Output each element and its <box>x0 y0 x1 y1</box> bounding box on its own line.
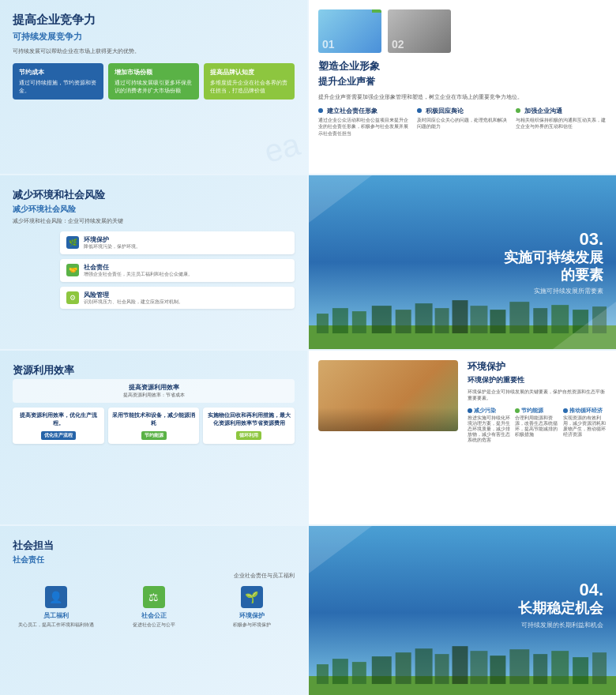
eff-card-3: 实施物位回收和再利用措施，最大化资源利用效率节省资源费用 循环利用 <box>203 408 295 444</box>
slide1-desc: 可持续发展可以帮助企业在市场上获得更大的优势。 <box>13 47 295 55</box>
eff-card-1: 提高资源利用效率，优化生产流程。 优化生产流程 <box>13 408 104 444</box>
slide7-main-title: 社会担当 <box>13 539 295 553</box>
eff-card2-title: 采用节能技术和设备，减少能源消耗 <box>111 411 197 427</box>
s6-item1-desc: 推进实施可持续化环境治理方案，提升生态环境质量，减少排放物，减少有害生态系统的危… <box>468 415 512 444</box>
svg-rect-22 <box>415 648 433 684</box>
slide-4: 03. 实施可持续发展的要素 实施可持续发展所需要素 <box>309 175 616 349</box>
eff-cards: 提高资源利用效率，优化生产流程。 优化生产流程 采用节能技术和设备，减少能源消耗… <box>13 408 295 444</box>
slide2-item-3: 加强企业沟通 与相关组织保持积极的沟通和互动关系，建立企业与外界的互动和信任 <box>516 107 607 137</box>
svg-rect-9 <box>470 306 487 333</box>
svg-rect-4 <box>372 306 392 333</box>
card-market-share: 增加市场份额 通过可持续发展吸引更多环保意识的消费者并扩大市场份额 <box>108 63 199 100</box>
eff-card-2: 采用节能技术和设备，减少能源消耗 节约能源 <box>108 408 200 444</box>
svg-rect-20 <box>372 656 392 684</box>
slide2-item1-title: 建立社会责任形象 <box>327 107 377 115</box>
slide-6: 环境保护 环境保护的重要性 环境保护是企业可持续发展的关键要素，保护自然资源和生… <box>309 351 616 524</box>
triangle-br-4 <box>553 302 616 349</box>
slide7-cards: 👤 员工福利 关心员工，提高工作环境和福利待遇 ⚖ 社会公正 促进社会公正与公平… <box>13 586 295 629</box>
slide6-items: 减少污染 推进实施可持续化环境治理方案，提升生态环境质量，减少排放物，减少有害生… <box>468 407 607 444</box>
card-brand: 提高品牌认知度 多维度提升企业在社会各界的责任担当，打造品牌价值 <box>204 63 295 100</box>
slide6-right: 环境保护 环境保护的重要性 环境保护是企业可持续发展的关键要素，保护自然资源和生… <box>468 360 607 515</box>
eff-card1-title: 提高资源利用效率，优化生产流程。 <box>16 411 101 427</box>
svg-rect-18 <box>332 659 348 684</box>
svg-rect-6 <box>415 303 433 333</box>
eff-badge-2: 节约能源 <box>141 431 167 440</box>
slide5-main-title: 资源利用效率 <box>13 363 295 378</box>
dot-green-1 <box>516 108 520 113</box>
slide6-desc: 环境保护是企业可持续发展的关键要素，保护自然资源和生态平衡重要要素。 <box>468 389 607 402</box>
s6-item2-desc: 合理利用能源和资源，改善生态系统循环，提高节能减排的积极措施 <box>515 415 559 438</box>
s7-card2-title: 社会公正 <box>111 611 197 620</box>
slide4-big-title: 实施可持续发展的要素 <box>504 250 603 284</box>
slide7-corp-label: 企业社会责任与员工福利 <box>13 572 295 580</box>
slide2-item-1: 建立社会责任形象 通过企业公众活动和社会公益项目来提升企业的社会责任形象，积极参… <box>318 107 409 137</box>
triangle-tl-4 <box>309 175 372 223</box>
risk-text: 风险管理 识别环境压力、社会风险，建立应急应对机制。 <box>84 291 183 306</box>
slide2-item-2: 积极回应舆论 及时回应公众关心的问题，处理危机和解决问题的能力 <box>417 107 508 137</box>
slide1-cards: 节约成本 通过可持续措施，节约资源和资金。 增加市场份额 通过可持续发展吸引更多… <box>13 63 295 100</box>
svg-rect-19 <box>352 662 366 684</box>
slide3-features: 🌿 环境保护 降低环境污染，保护环境。 🤝 社会责任 增强企业社会责任，关注员工… <box>60 231 295 309</box>
svg-rect-12 <box>533 308 547 333</box>
s6-item3-desc: 实现资源的有效利用，减少资源消耗和废物产生，推动循环经济资源 <box>563 415 607 438</box>
card-market-share-title: 增加市场份额 <box>115 68 193 77</box>
slide2-item3-title: 加强企业沟通 <box>524 107 562 115</box>
slide7-sub-title: 社会责任 <box>13 554 295 565</box>
svg-rect-31 <box>592 652 607 684</box>
slide8-big-title: 长期稳定机会 <box>518 600 603 618</box>
social-text: 社会责任 增强企业社会责任，关注员工福利和社会公众健康。 <box>84 263 193 278</box>
feature-risk: ⚙ 风险管理 识别环境压力、社会风险，建立应急应对机制。 <box>60 287 295 310</box>
svg-rect-30 <box>573 657 588 684</box>
s7-card-2: ⚖ 社会公正 促进社会公正与公平 <box>111 586 197 629</box>
eff-card3-title: 实施物位回收和再利用措施，最大化资源利用效率节省资源费用 <box>206 411 291 427</box>
slide-3: 减少环境和社会风险 减少环境社会风险 减少环境和社会风险：企业可持续发展的关键 … <box>0 175 307 349</box>
svg-rect-1 <box>317 314 329 333</box>
slide8-num: 04. <box>518 580 603 600</box>
env-icon: 🌿 <box>66 236 79 249</box>
svg-rect-25 <box>470 651 487 684</box>
slide2-item2-title: 积极回应舆论 <box>426 107 464 115</box>
svg-rect-28 <box>533 654 547 684</box>
slide-2: 01 02 塑造企业形象 提升企业声誉 提升企业声誉需要加强企业形象管理和塑造，… <box>309 0 616 174</box>
slide2-img1: 01 <box>318 9 381 53</box>
svg-rect-7 <box>435 308 449 333</box>
s6-item-3: 推动循环经济 实现资源的有效利用，减少资源消耗和废物产生，推动循环经济资源 <box>563 407 607 444</box>
social-desc: 增强企业社会责任，关注员工福利和社会公众健康。 <box>84 272 193 278</box>
slide2-img2: 02 <box>388 9 451 53</box>
slide2-sub-title: 提升企业声誉 <box>318 75 607 88</box>
card-brand-title: 提高品牌认知度 <box>210 68 288 77</box>
svg-rect-3 <box>352 311 366 333</box>
s6-item2-title: 节约能源 <box>521 407 543 415</box>
slide3-main-title: 减少环境和社会风险 <box>13 188 295 202</box>
s7-card2-desc: 促进社会公正与公平 <box>111 622 197 629</box>
svg-rect-10 <box>490 310 505 333</box>
svg-rect-2 <box>332 308 348 333</box>
triangle-tl-8 <box>309 526 372 573</box>
feature-env: 🌿 环境保护 降低环境污染，保护环境。 <box>60 231 295 254</box>
dot-blue-2 <box>417 108 422 113</box>
s7-card-1: 👤 员工福利 关心员工，提高工作环境和福利待遇 <box>13 586 99 629</box>
s7-card3-title: 环境保护 <box>208 611 295 620</box>
slide-8: 04. 长期稳定机会 可持续发展的长期利益和机会 <box>309 526 616 695</box>
efficiency-title: 提高资源利用效率 <box>19 383 288 392</box>
s7-card1-title: 员工福利 <box>13 611 99 620</box>
svg-rect-23 <box>435 654 449 684</box>
img2-num: 02 <box>392 38 404 51</box>
s6-dot-2 <box>515 408 520 413</box>
card-brand-desc: 多维度提升企业在社会各界的责任担当，打造品牌价值 <box>210 79 288 95</box>
env-desc: 降低环境污染，保护环境。 <box>84 244 141 250</box>
risk-title: 风险管理 <box>84 291 183 299</box>
eff-badge-3: 循环利用 <box>236 431 261 440</box>
env-title: 环境保护 <box>84 235 141 244</box>
slide6-main-title: 环境保护 <box>468 360 607 374</box>
slide-1: ea 提高企业竞争力 可持续发展竞争力 可持续发展可以帮助企业在市场上获得更大的… <box>0 0 307 174</box>
img1-num: 01 <box>322 38 335 51</box>
slide3-sub-title: 减少环境社会风险 <box>13 204 295 215</box>
slide2-desc: 提升企业声誉需要加强企业形象管理和塑造，树立企业在市场上的重要竞争力地位。 <box>318 93 607 100</box>
eff-badge-1: 优化生产流程 <box>41 431 76 440</box>
svg-rect-24 <box>453 646 468 684</box>
risk-desc: 识别环境压力、社会风险，建立应急应对机制。 <box>84 299 183 306</box>
svg-rect-29 <box>551 651 569 684</box>
slide8-desc: 可持续发展的长期利益和机会 <box>518 620 603 629</box>
s7-icon-1: 👤 <box>45 586 67 608</box>
